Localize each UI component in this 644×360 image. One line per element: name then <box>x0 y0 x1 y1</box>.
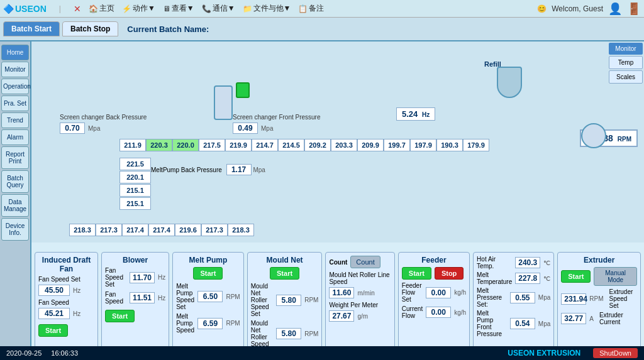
rpm-unit: RPM <box>618 136 631 143</box>
menu-action[interactable]: ⚡ 动作▼ <box>122 3 155 14</box>
induced-draft-panel: Induced Draft Fan Fan Speed Set 45.50 Hz… <box>35 252 98 357</box>
temp-zone-5: 214.7 <box>252 139 278 151</box>
melt-pressure-set-unit: Mpa <box>538 294 550 301</box>
sidebar-item-batch[interactable]: Batch Query <box>1 170 29 193</box>
melt-pump-start-btn[interactable]: Start <box>193 267 223 280</box>
idf-fan-speed-label: Fan Speed <box>38 299 69 306</box>
induced-draft-title: Induced Draft Fan <box>38 256 94 273</box>
hot-air-temp-val: 240.3 <box>515 257 540 268</box>
sidebar-item-data[interactable]: Data Manage <box>1 194 29 217</box>
menu-home[interactable]: 🏠 主页 <box>89 3 114 14</box>
temp-zone2-4: 219.6 <box>175 224 201 236</box>
bottom-panels: Induced Draft Fan Fan Speed Set 45.50 Hz… <box>31 249 644 360</box>
sidebar-item-device[interactable]: Device Info. <box>1 218 29 241</box>
monitor-quick-btn[interactable]: Monitor <box>609 43 643 55</box>
user-icon: 👤 <box>608 2 622 16</box>
screen-changer-back-val[interactable]: 0.70 <box>60 123 85 134</box>
sidebar-item-operation[interactable]: Operation <box>1 79 29 94</box>
tab-batch-start[interactable]: Batch Start <box>3 21 60 36</box>
sidebar-item-monitor[interactable]: Monitor <box>1 62 29 77</box>
sidebar-item-alarm[interactable]: Alarm <box>1 129 29 145</box>
screen-changer-front-val[interactable]: 0.49 <box>233 123 258 134</box>
extruder-rpm-val: 231.94 <box>561 293 586 305</box>
blower-title: Blower <box>105 256 165 265</box>
melt-temp-unit: ℃ <box>543 275 550 282</box>
right-quick-panel: Monitor Temp Scales <box>608 41 644 85</box>
feeder-current-flow-label: Current Flow <box>402 305 423 319</box>
logout-icon[interactable]: 🚪 <box>627 2 641 16</box>
extruder-start-btn[interactable]: Start <box>561 270 591 283</box>
melt-pressure-set-label: Melt Pressere Set: <box>477 287 507 308</box>
feeder-flow-set-label: Feeder Flow Set <box>402 282 423 303</box>
tab-batch-stop[interactable]: Batch Stop <box>62 21 118 36</box>
melt-pump-back-pressure: MeltPump Back Pressure 1.17 Mpa <box>151 164 265 175</box>
cylinder-icon-left <box>214 85 233 120</box>
shutdown-btn[interactable]: ShutDown <box>593 348 638 358</box>
temp-zone2-2: 217.4 <box>122 224 148 236</box>
sidebar-item-report[interactable]: Report Print <box>1 146 29 169</box>
weight-per-meter-val: 27.67 <box>329 310 354 322</box>
mould-net-panel: Mould Net Start Mould Net Roller Speed S… <box>247 252 323 357</box>
menu-comm[interactable]: 📞 通信▼ <box>202 3 235 14</box>
vstack-temp-1: 220.1 <box>119 171 151 183</box>
mould-roller-speed-val: 5.80 <box>276 328 301 339</box>
cylinder-green-top <box>236 82 250 98</box>
blower-fan-speed-set-val[interactable]: 11.70 <box>130 272 155 283</box>
extruder-current-label: Extruder Current <box>599 312 637 325</box>
melt-pressure-set-val[interactable]: 0.55 <box>510 292 535 303</box>
hopper-icon <box>497 67 522 98</box>
blower-fan-speed-unit: Hz <box>158 295 165 302</box>
screen-changer-back-pressure: Screen changer Back Pressure 0.70 Mpa <box>60 114 147 136</box>
sidebar-item-trend[interactable]: Trend <box>1 112 29 128</box>
weight-per-meter-label: Weight Per Meter <box>329 302 378 308</box>
melt-pump-speed-unit: RPM <box>226 320 240 327</box>
blower-panel: Blower Fan Speed Set 11.70 Hz Fan Speed … <box>101 252 169 357</box>
feeder-stop-btn[interactable]: Stop <box>435 267 464 280</box>
feeder-start-btn[interactable]: Start <box>402 267 431 280</box>
batch-name-label: Current Batch Name: <box>127 25 209 34</box>
mould-line-speed-val: 11.60 <box>329 287 354 298</box>
temp-zone-1: 220.3 <box>146 139 172 151</box>
melt-pump-back-val[interactable]: 1.17 <box>226 164 252 175</box>
temp-zone2-3: 217.4 <box>148 224 175 236</box>
idf-start-btn[interactable]: Start <box>38 324 68 337</box>
diagram-area: Refill Screen changer Back Pressure 0.70… <box>31 41 644 243</box>
blower-fan-speed-set-label: Fan Speed Set <box>105 267 126 288</box>
count-btn[interactable]: Count <box>350 256 380 268</box>
menu-view[interactable]: 🖥 查看▼ <box>163 3 194 14</box>
manual-mode-btn[interactable]: Manual Mode <box>594 267 637 286</box>
sidebar-item-praset[interactable]: Pra. Set <box>1 95 29 111</box>
melt-pump-back-label: MeltPump Back Pressure <box>151 166 222 173</box>
blower-fan-speed-val: 11.51 <box>130 292 155 303</box>
scales-quick-btn[interactable]: Scales <box>609 70 643 84</box>
feeder-flow-set-val[interactable]: 0.00 <box>426 287 451 298</box>
sidebar-item-home[interactable]: Home <box>1 45 29 60</box>
screen-changer-front-unit: Mpa <box>261 125 273 132</box>
idf-fan-speed-unit: Hz <box>73 310 80 317</box>
blower-fan-speed-set-unit: Hz <box>158 274 165 281</box>
melt-pump-speed-label: Melt Pump Speed <box>176 313 194 334</box>
temp-zone-8: 203.3 <box>331 139 357 151</box>
mould-net-start-btn[interactable]: Start <box>270 267 299 280</box>
melt-pump-speed-set-val[interactable]: 6.50 <box>197 291 223 302</box>
melt-pump-back-unit: Mpa <box>253 166 265 173</box>
melt-pump-title: Melt Pump <box>176 256 240 265</box>
blower-start-btn[interactable]: Start <box>105 310 135 322</box>
mould-roller-speed-set-val[interactable]: 5.80 <box>276 295 301 306</box>
temp-zone-12: 190.3 <box>436 139 463 151</box>
temp-quick-btn[interactable]: Temp <box>609 56 643 69</box>
tab-bar: Batch Start Batch Stop Current Batch Nam… <box>0 18 644 41</box>
feeder-current-flow-unit: kg/h <box>454 309 466 316</box>
feeder-panel: Feeder Start Stop Feeder Flow Set 0.00 k… <box>398 252 470 357</box>
close-btn[interactable]: ✕ <box>74 4 81 14</box>
melt-temp-label: Melt Temperature <box>477 271 512 285</box>
vstack-temp-0: 221.5 <box>119 158 151 170</box>
menu-file[interactable]: 📁 文件与他▼ <box>243 3 291 14</box>
menu-note[interactable]: 📋 备注 <box>298 3 324 14</box>
idf-fan-speed-set-val[interactable]: 45.50 <box>38 285 70 296</box>
screen-changer-front-pressure: Screen changer Front Pressure 0.49 Mpa <box>233 114 321 136</box>
status-date: 2020-09-25 <box>6 349 42 357</box>
extruder-rpm-unit: RPM <box>589 295 603 302</box>
melt-pump-front-pressure-unit: Mpa <box>538 320 550 327</box>
vstack-temps: 221.5 220.1 215.1 215.1 <box>119 158 151 210</box>
